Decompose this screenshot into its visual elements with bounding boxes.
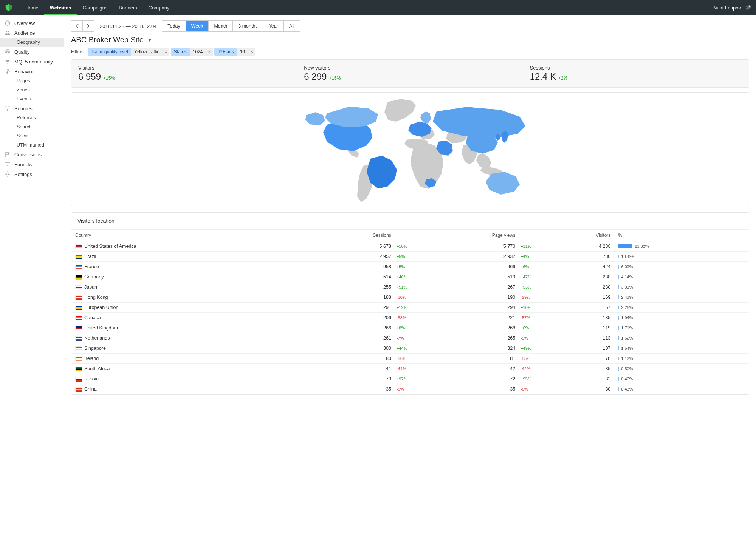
cell-country: Singapore <box>71 343 306 354</box>
cell-pageviews-delta: -5% <box>519 333 538 343</box>
sidebar-item-settings[interactable]: Settings <box>0 169 64 179</box>
nav-home[interactable]: Home <box>20 0 44 15</box>
range-tab-today[interactable]: Today <box>162 21 186 31</box>
table-row[interactable]: China35-8%35-8%300.43% <box>71 384 749 394</box>
metric-delta: +2% <box>558 76 567 81</box>
svg-rect-38 <box>76 329 82 331</box>
cell-sessions-delta: +97% <box>395 374 414 384</box>
col-header[interactable]: % <box>614 230 749 241</box>
cell-percent: 1.12% <box>614 354 749 364</box>
date-nav-arrows <box>71 20 94 32</box>
table-row[interactable]: Brazil2 957+5%2 932+4%73010.49% <box>71 252 749 262</box>
sidebar-item-referrals[interactable]: Referrals <box>0 113 64 122</box>
cell-country: Russia <box>71 374 306 384</box>
sidebar-item-audience[interactable]: Audience <box>0 28 64 38</box>
cell-visitors: 35 <box>538 364 614 374</box>
sidebar-item-behavior[interactable]: Behavior <box>0 66 64 76</box>
page-title-row[interactable]: ABC Broker Web Site ▼ <box>71 36 749 44</box>
sidebar-item-utm-marked[interactable]: UTM-marked <box>0 141 64 150</box>
table-row[interactable]: Hong Kong188-30%190-29%1692.43% <box>71 292 749 303</box>
chevron-left-icon <box>76 24 79 28</box>
sidebar-item-quality[interactable]: Quality <box>0 47 64 57</box>
cell-sessions: 188 <box>306 292 395 303</box>
sidebar-item-mql5-community[interactable]: MQL5.community <box>0 57 64 66</box>
table-row[interactable]: United Kingdom266+8%268+6%1191.71% <box>71 323 749 333</box>
table-row[interactable]: Russia73+97%72+95%320.46% <box>71 374 749 384</box>
cell-country: Ireland <box>71 354 306 364</box>
cell-pageviews: 221 <box>414 313 519 323</box>
sidebar: OverviewAudienceGeographyQualityMQL5.com… <box>0 15 64 533</box>
chip-remove-icon[interactable]: × <box>206 49 213 54</box>
table-row[interactable]: France958+5%966+6%4246.09% <box>71 262 749 272</box>
cell-sessions-delta: +44% <box>395 343 414 354</box>
fork-icon <box>5 105 11 111</box>
table-row[interactable]: Singapore300+44%324+49%1071.54% <box>71 343 749 354</box>
date-range[interactable]: 2018.11.28 — 2018.12.04 <box>100 23 156 29</box>
nav-websites[interactable]: Websites <box>44 0 77 15</box>
nav-banners[interactable]: Banners <box>113 0 143 15</box>
range-tab-year[interactable]: Year <box>263 21 284 31</box>
svg-rect-52 <box>76 379 82 380</box>
sidebar-item-sources[interactable]: Sources <box>0 104 64 113</box>
filter-chip[interactable]: IP Flags16× <box>214 48 255 56</box>
chip-remove-icon[interactable]: × <box>248 49 255 54</box>
prev-button[interactable] <box>71 21 83 31</box>
sidebar-item-events[interactable]: Events <box>0 94 64 104</box>
cell-percent: 2.26% <box>614 303 749 313</box>
flag-icon <box>76 316 82 320</box>
table-row[interactable]: Ireland80-56%81-55%781.12% <box>71 354 749 364</box>
sidebar-item-search[interactable]: Search <box>0 122 64 131</box>
cell-pageviews: 324 <box>414 343 519 354</box>
sidebar-item-zones[interactable]: Zones <box>0 85 64 94</box>
sidebar-item-overview[interactable]: Overview <box>0 18 64 28</box>
sidebar-item-pages[interactable]: Pages <box>0 76 64 85</box>
table-row[interactable]: European Union291+12%294+10%1572.26% <box>71 303 749 313</box>
cell-pageviews-delta: +6% <box>519 262 538 272</box>
sidebar-item-funnels[interactable]: Funnels <box>0 159 64 169</box>
table-row[interactable]: Canada206-58%221-57%1351.94% <box>71 313 749 323</box>
cell-country: Netherlands <box>71 333 306 343</box>
range-tab-3-months[interactable]: 3 months <box>233 21 263 31</box>
metric-value: 6 959 <box>78 71 101 82</box>
svg-point-3 <box>8 31 9 32</box>
metric-value: 6 299 <box>304 71 327 82</box>
chip-remove-icon[interactable]: × <box>162 49 169 54</box>
range-tab-week[interactable]: Week <box>186 21 209 31</box>
cell-pageviews: 519 <box>414 272 519 282</box>
table-row[interactable]: South Africa41-44%42-42%350.50% <box>71 364 749 374</box>
svg-rect-35 <box>76 319 82 321</box>
svg-rect-31 <box>76 307 82 309</box>
sidebar-item-label: Pages <box>17 78 30 83</box>
col-header[interactable]: Page views <box>414 230 519 241</box>
chip-key: IP Flags <box>214 48 237 56</box>
col-header[interactable]: Sessions <box>306 230 395 241</box>
cell-percent: 4.14% <box>614 272 749 282</box>
user-box[interactable]: Bulat Latipov <box>713 4 751 11</box>
cell-pageviews: 35 <box>414 384 519 394</box>
filter-chip[interactable]: Status1024× <box>171 48 213 56</box>
sidebar-item-conversions[interactable]: Conversions <box>0 150 64 159</box>
col-header[interactable]: Visitors <box>538 230 614 241</box>
cell-sessions: 5 678 <box>306 241 395 252</box>
table-row[interactable]: Germany514+46%519+47%2884.14% <box>71 272 749 282</box>
nav-campaigns[interactable]: Campaigns <box>77 0 113 15</box>
cell-pageviews-delta: +4% <box>519 252 538 262</box>
flag-icon <box>76 388 82 392</box>
cell-percent: 0.43% <box>614 384 749 394</box>
svg-rect-23 <box>76 278 82 280</box>
next-button[interactable] <box>83 21 94 31</box>
sidebar-item-geography[interactable]: Geography <box>0 38 64 47</box>
table-row[interactable]: Netherlands261-7%265-5%1131.62% <box>71 333 749 343</box>
table-row[interactable]: Japan255+51%267+53%2303.31% <box>71 282 749 292</box>
flag-icon <box>76 347 82 351</box>
range-tab-all[interactable]: All <box>284 21 300 31</box>
nav-company[interactable]: Company <box>143 0 175 15</box>
range-tab-month[interactable]: Month <box>209 21 233 31</box>
sidebar-item-social[interactable]: Social <box>0 131 64 141</box>
svg-rect-19 <box>76 267 82 268</box>
filter-chip[interactable]: Traffic quality levelYellow traffic× <box>88 48 169 56</box>
svg-rect-20 <box>76 268 82 270</box>
table-row[interactable]: United States of America5 678+10%5 770+1… <box>71 241 749 252</box>
svg-point-7 <box>7 69 9 70</box>
col-header[interactable]: Country <box>71 230 306 241</box>
